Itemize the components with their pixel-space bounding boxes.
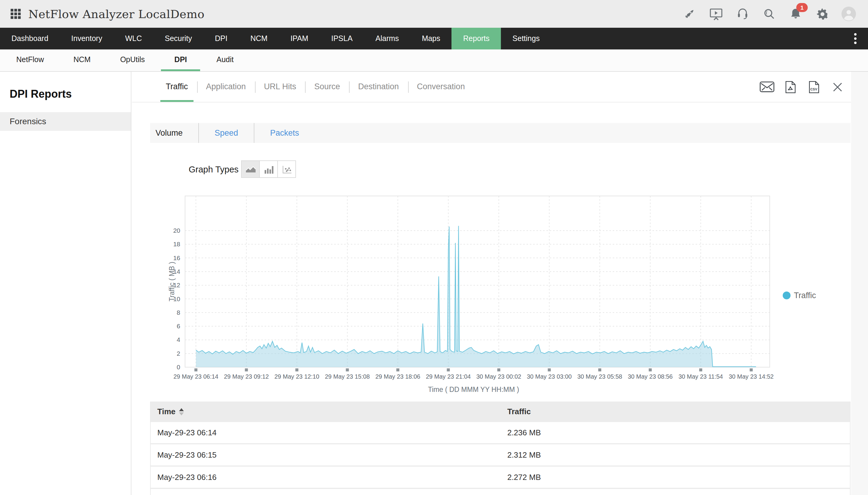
graph-types-label: Graph Types	[189, 158, 239, 181]
cell-time: May-29-23 06:16	[157, 467, 217, 488]
x-axis-title: Time ( DD MMM YY HH:MM )	[428, 386, 519, 393]
subnav-item-ncm[interactable]: NCM	[60, 49, 104, 71]
nav-item-settings[interactable]: Settings	[501, 28, 551, 49]
export-pdf-icon[interactable]	[782, 79, 798, 95]
traffic-table: Time Traffic May-29-23 06:142.236 MBMay-…	[150, 402, 851, 495]
metric-tab-packets[interactable]: Packets	[254, 123, 315, 143]
graph-type-scatter-button[interactable]	[277, 160, 296, 178]
y-tick-label: 0	[177, 363, 180, 371]
subnav-item-dpi[interactable]: DPI	[161, 49, 201, 71]
launch-icon[interactable]	[682, 7, 697, 21]
x-tick-marker	[750, 369, 753, 371]
table-row: May-29-23 06:142.236 MB	[151, 422, 850, 444]
metric-tab-volume[interactable]: Volume	[150, 123, 198, 143]
metric-tab-speed[interactable]: Speed	[198, 123, 254, 143]
table-header: Time Traffic	[151, 402, 850, 422]
nav-item-wlc[interactable]: WLC	[114, 28, 153, 49]
nav-item-dpi[interactable]: DPI	[204, 28, 239, 49]
notifications-icon[interactable]: 1	[788, 7, 803, 21]
y-tick-label: 2	[177, 350, 180, 357]
x-tick-label: 30 May 23 00:02	[476, 373, 521, 380]
graph-type-bar-button[interactable]	[259, 160, 278, 178]
traffic-area-fill	[196, 226, 756, 367]
x-tick-label: 29 May 23 15:08	[325, 373, 370, 380]
nav-item-inventory[interactable]: Inventory	[60, 28, 114, 49]
x-tick-marker	[295, 369, 298, 371]
x-tick-marker	[245, 369, 248, 371]
nav-item-ipam[interactable]: IPAM	[279, 28, 320, 49]
sort-icon	[179, 408, 184, 415]
sidebar: DPI Reports Forensics	[0, 72, 132, 495]
nav-item-security[interactable]: Security	[153, 28, 204, 49]
tab-application[interactable]: Application	[197, 72, 255, 102]
tab-source[interactable]: Source	[305, 72, 349, 102]
export-csv-icon[interactable]: CSV	[806, 79, 821, 95]
subnav-item-oputils[interactable]: OpUtils	[107, 49, 158, 71]
x-tick-marker	[699, 369, 702, 371]
x-tick-marker	[598, 369, 601, 371]
x-tick-label: 30 May 23 11:54	[678, 373, 723, 380]
tab-traffic[interactable]: Traffic	[157, 72, 197, 102]
y-tick-label: 16	[173, 254, 180, 261]
y-tick-label: 20	[173, 227, 180, 234]
nav-item-ipsla[interactable]: IPSLA	[320, 28, 364, 49]
x-tick-label: 29 May 23 18:06	[376, 373, 420, 380]
nav-item-reports[interactable]: Reports	[452, 28, 501, 49]
tab-destination[interactable]: Destination	[349, 72, 408, 102]
module-subnav: NetFlowNCMOpUtilsDPIAudit	[0, 49, 868, 72]
graph-types-row: Graph Types	[132, 158, 851, 181]
search-icon[interactable]	[762, 7, 776, 21]
cell-traffic: 2.272 MB	[507, 467, 541, 488]
y-tick-label: 18	[173, 241, 180, 248]
column-header-traffic[interactable]: Traffic	[507, 402, 531, 422]
x-tick-label: 30 May 23 05:58	[577, 373, 622, 380]
x-tick-marker	[548, 369, 551, 371]
main-navbar: DashboardInventoryWLCSecurityDPINCMIPAMI…	[0, 28, 868, 49]
subnav-item-netflow[interactable]: NetFlow	[3, 49, 57, 71]
graph-type-area-button[interactable]	[241, 160, 260, 178]
x-tick-marker	[194, 369, 197, 371]
nav-item-ncm[interactable]: NCM	[239, 28, 279, 49]
support-icon[interactable]	[735, 7, 750, 21]
legend-label[interactable]: Traffic	[794, 291, 816, 300]
apps-grid-icon[interactable]	[9, 7, 22, 20]
notification-badge: 1	[796, 3, 808, 12]
report-panel: TrafficApplicationURL HitsSourceDestinat…	[132, 72, 851, 495]
x-tick-marker	[396, 369, 399, 371]
user-icon[interactable]	[841, 7, 856, 21]
cell-time: May-29-23 06:14	[157, 422, 217, 443]
right-gutter	[851, 72, 868, 495]
table-row	[151, 489, 850, 495]
page-title: NetFlow Analyzer LocalDemo	[28, 7, 204, 20]
app-viewport: NetFlow Analyzer LocalDemo 1 DashboardIn…	[0, 0, 868, 495]
close-icon[interactable]	[829, 79, 845, 95]
y-axis-title: Traffic ( MB )	[168, 262, 176, 302]
traffic-area-line	[196, 226, 756, 366]
x-tick-label: 30 May 23 14:52	[729, 373, 774, 380]
nav-item-dashboard[interactable]: Dashboard	[0, 28, 60, 49]
cell-traffic: 2.312 MB	[507, 444, 541, 465]
x-tick-label: 29 May 23 06:14	[174, 373, 219, 380]
tab-conversation[interactable]: Conversation	[408, 72, 474, 102]
chart-svg: 0246810121416182029 May 23 06:1429 May 2…	[132, 181, 851, 395]
video-tour-icon[interactable]	[709, 7, 723, 21]
table-row: May-29-23 06:152.312 MB	[151, 444, 850, 467]
svg-text:CSV: CSV	[810, 87, 817, 91]
sidebar-item-forensics[interactable]: Forensics	[0, 112, 131, 131]
column-header-time[interactable]: Time	[157, 402, 184, 422]
subnav-item-audit[interactable]: Audit	[203, 49, 247, 71]
more-options-icon[interactable]	[849, 28, 862, 49]
x-tick-label: 29 May 23 21:04	[426, 373, 471, 380]
traffic-area-chart: 0246810121416182029 May 23 06:1429 May 2…	[132, 181, 851, 395]
email-icon[interactable]	[759, 79, 775, 95]
settings-icon[interactable]	[815, 7, 829, 21]
metric-tabs: VolumeSpeedPackets	[150, 123, 851, 143]
nav-item-alarms[interactable]: Alarms	[364, 28, 411, 49]
y-tick-label: 4	[177, 336, 180, 343]
nav-item-maps[interactable]: Maps	[411, 28, 452, 49]
tab-url-hits[interactable]: URL Hits	[255, 72, 305, 102]
header-icon-bar: 1	[682, 0, 856, 28]
x-tick-marker	[447, 369, 450, 371]
x-tick-label: 29 May 23 12:10	[275, 373, 319, 380]
cell-traffic: 2.236 MB	[507, 422, 541, 443]
